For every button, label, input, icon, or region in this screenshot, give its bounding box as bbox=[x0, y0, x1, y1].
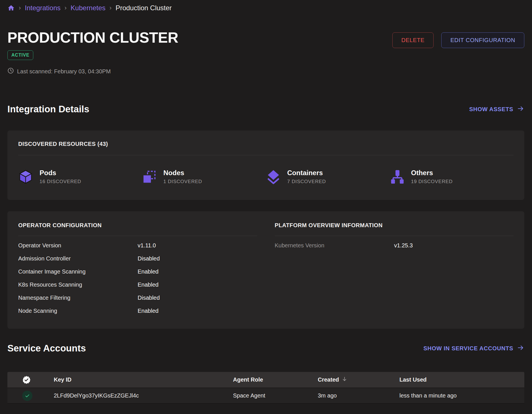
cell-created: 3m ago bbox=[318, 392, 399, 399]
resource-count: 7 DISCOVERED bbox=[287, 179, 326, 185]
resource-item-containers: Containers 7 DISCOVERED bbox=[266, 169, 390, 185]
config-value: Enabled bbox=[138, 308, 257, 314]
breadcrumb: › Integrations › Kubernetes › Production… bbox=[7, 0, 524, 12]
breadcrumb-separator: › bbox=[110, 4, 112, 12]
resource-text: Others 19 DISCOVERED bbox=[411, 169, 453, 185]
header-actions: DELETE EDIT CONFIGURATION bbox=[392, 32, 524, 48]
resource-item-pods: Pods 16 DISCOVERED bbox=[18, 169, 142, 185]
arrow-right-icon bbox=[517, 105, 524, 114]
config-label: Kubernetes Version bbox=[275, 242, 394, 249]
config-row: Container Image Scanning Enabled bbox=[18, 265, 257, 278]
resource-count: 19 DISCOVERED bbox=[411, 179, 453, 185]
config-value: v1.11.0 bbox=[138, 242, 257, 249]
config-value: Enabled bbox=[138, 281, 257, 288]
table-header-row: Key ID Agent Role Created Last Used bbox=[7, 372, 524, 388]
config-label: Container Image Scanning bbox=[18, 268, 138, 275]
resource-count: 1 DISCOVERED bbox=[163, 179, 202, 185]
status-badge: ACTIVE bbox=[7, 50, 33, 60]
delete-button[interactable]: DELETE bbox=[392, 32, 434, 48]
config-row: Operator Version v1.11.0 bbox=[18, 239, 257, 252]
cell-key-id: 2LFd9DelYgo37yIKGsEzZGEJl4c bbox=[54, 392, 233, 399]
service-accounts-header: Service Accounts SHOW IN SERVICE ACCOUNT… bbox=[7, 343, 524, 354]
operator-configuration: OPERATOR CONFIGURATION Operator Version … bbox=[18, 222, 257, 317]
column-created-label: Created bbox=[318, 376, 339, 383]
divider bbox=[18, 155, 514, 155]
resource-name: Nodes bbox=[163, 169, 202, 177]
config-value: Disabled bbox=[138, 295, 257, 301]
edit-configuration-button[interactable]: EDIT CONFIGURATION bbox=[441, 32, 524, 48]
home-icon[interactable] bbox=[7, 4, 15, 12]
resource-text: Nodes 1 DISCOVERED bbox=[163, 169, 202, 185]
cell-agent-role: Space Agent bbox=[233, 392, 318, 399]
config-row: Namespace Filtering Disabled bbox=[18, 291, 257, 304]
config-value: v1.25.3 bbox=[394, 242, 514, 249]
page-header: PRODUCTION CLUSTER ACTIVE DELETE EDIT CO… bbox=[7, 30, 524, 60]
last-scanned-text: Last scanned: February 03, 04:30PM bbox=[17, 68, 111, 75]
service-accounts-table: Key ID Agent Role Created Last Used 2LFd… bbox=[7, 372, 524, 404]
service-accounts-title: Service Accounts bbox=[7, 343, 86, 354]
config-label: K8s Resources Scanning bbox=[18, 281, 138, 288]
show-in-service-accounts-link[interactable]: SHOW IN SERVICE ACCOUNTS bbox=[423, 344, 524, 353]
config-label: Namespace Filtering bbox=[18, 295, 138, 301]
config-row: Kubernetes Version v1.25.3 bbox=[275, 239, 514, 252]
breadcrumb-current: Production Cluster bbox=[116, 4, 172, 12]
integration-details-title: Integration Details bbox=[7, 104, 89, 115]
column-agent-role[interactable]: Agent Role bbox=[233, 376, 318, 383]
resource-name: Containers bbox=[287, 169, 326, 177]
show-assets-link[interactable]: SHOW ASSETS bbox=[469, 105, 524, 114]
breadcrumb-separator: › bbox=[19, 4, 21, 12]
column-key-id[interactable]: Key ID bbox=[54, 376, 233, 383]
discovered-resources-title: DISCOVERED RESOURCES (43) bbox=[18, 141, 514, 147]
column-last-used[interactable]: Last Used bbox=[399, 376, 524, 383]
config-label: Node Scanning bbox=[18, 308, 138, 314]
resource-text: Pods 16 DISCOVERED bbox=[40, 169, 81, 185]
config-row: Node Scanning Enabled bbox=[18, 304, 257, 317]
config-value: Enabled bbox=[138, 268, 257, 275]
node-copy-icon bbox=[142, 169, 157, 184]
verified-badge-icon bbox=[7, 376, 54, 384]
last-scanned: Last scanned: February 03, 04:30PM bbox=[7, 67, 524, 75]
cell-last-used: less than a minute ago bbox=[399, 392, 524, 399]
resource-item-nodes: Nodes 1 DISCOVERED bbox=[142, 169, 266, 185]
show-assets-label: SHOW ASSETS bbox=[469, 106, 513, 113]
table-row[interactable]: 2LFd9DelYgo37yIKGsEzZGEJl4c Space Agent … bbox=[7, 388, 524, 404]
resource-item-others: Others 19 DISCOVERED bbox=[390, 169, 514, 185]
platform-overview-title: PLATFORM OVERVIEW INFORMATION bbox=[275, 222, 514, 229]
resource-text: Containers 7 DISCOVERED bbox=[287, 169, 326, 185]
platform-overview: PLATFORM OVERVIEW INFORMATION Kubernetes… bbox=[275, 222, 514, 252]
resource-count: 16 DISCOVERED bbox=[40, 179, 81, 185]
divider bbox=[18, 236, 257, 236]
page-title: PRODUCTION CLUSTER bbox=[7, 30, 178, 46]
arrow-right-icon bbox=[517, 344, 524, 353]
divider bbox=[275, 236, 514, 236]
resource-name: Others bbox=[411, 169, 453, 177]
config-row: Admission Controller Disabled bbox=[18, 252, 257, 265]
operator-configuration-title: OPERATOR CONFIGURATION bbox=[18, 222, 257, 229]
integration-details-header: Integration Details SHOW ASSETS bbox=[7, 104, 524, 115]
hierarchy-icon bbox=[390, 169, 405, 184]
breadcrumb-separator: › bbox=[65, 4, 67, 12]
title-block: PRODUCTION CLUSTER ACTIVE bbox=[7, 30, 178, 60]
config-label: Operator Version bbox=[18, 242, 138, 249]
config-value: Disabled bbox=[138, 255, 257, 262]
show-in-service-accounts-label: SHOW IN SERVICE ACCOUNTS bbox=[423, 345, 513, 352]
resource-name: Pods bbox=[40, 169, 81, 177]
resources-grid: Pods 16 DISCOVERED Nodes 1 DISCOVERED bbox=[18, 169, 514, 185]
check-circle-icon bbox=[7, 391, 54, 401]
breadcrumb-kubernetes[interactable]: Kubernetes bbox=[71, 4, 106, 12]
breadcrumb-integrations[interactable]: Integrations bbox=[25, 4, 60, 12]
config-row: K8s Resources Scanning Enabled bbox=[18, 278, 257, 291]
config-label: Admission Controller bbox=[18, 255, 138, 262]
arrow-down-icon bbox=[342, 376, 347, 383]
cube-icon bbox=[18, 169, 33, 184]
configuration-card: OPERATOR CONFIGURATION Operator Version … bbox=[7, 211, 524, 329]
column-created[interactable]: Created bbox=[318, 376, 399, 383]
discovered-resources-card: DISCOVERED RESOURCES (43) Pods 16 DISCOV… bbox=[7, 131, 524, 200]
clock-icon bbox=[7, 67, 14, 75]
layers-icon bbox=[266, 169, 281, 184]
